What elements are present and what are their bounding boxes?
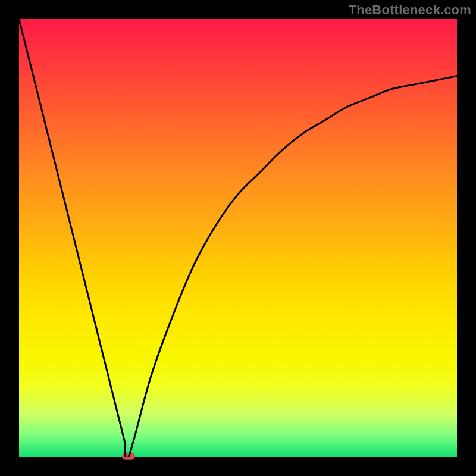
curve-path bbox=[19, 19, 457, 457]
watermark-text: TheBottleneck.com bbox=[349, 2, 471, 18]
bottleneck-curve bbox=[19, 19, 457, 457]
